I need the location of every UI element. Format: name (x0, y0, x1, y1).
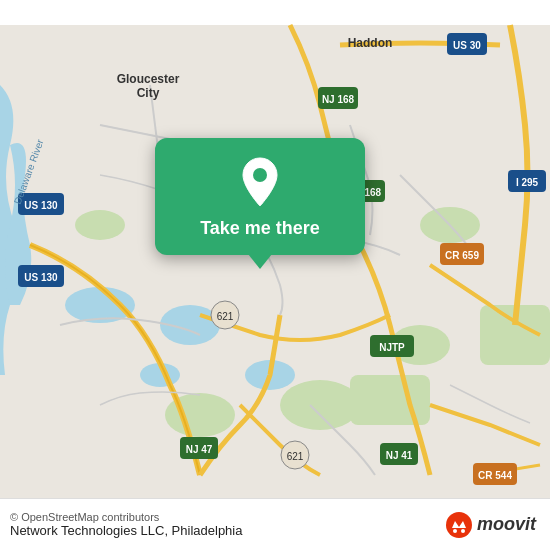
svg-text:Haddon: Haddon (348, 36, 393, 50)
svg-rect-10 (350, 375, 430, 425)
svg-point-5 (280, 380, 360, 430)
bottom-left: © OpenStreetMap contributors Network Tec… (10, 511, 242, 538)
bottom-bar: © OpenStreetMap contributors Network Tec… (0, 498, 550, 550)
svg-text:Gloucester: Gloucester (117, 72, 180, 86)
map-container: US 30 NJ 168 NJ 168 US 130 US 130 I 295 … (0, 0, 550, 550)
map-svg: US 30 NJ 168 NJ 168 US 130 US 130 I 295 … (0, 0, 550, 550)
svg-text:CR 659: CR 659 (445, 250, 479, 261)
location-name: Network Technologies LLC, Philadelphia (10, 523, 242, 538)
location-pin-icon (238, 156, 282, 208)
location-icon-wrapper (234, 156, 286, 208)
svg-text:US 30: US 30 (453, 40, 481, 51)
moovit-brand-text: moovit (477, 514, 536, 535)
svg-point-43 (446, 512, 472, 538)
svg-text:City: City (137, 86, 160, 100)
svg-point-4 (65, 287, 135, 323)
moovit-logo: moovit (445, 511, 536, 539)
copyright-text: © OpenStreetMap contributors (10, 511, 242, 523)
svg-point-44 (453, 529, 457, 533)
svg-text:US 130: US 130 (24, 272, 58, 283)
svg-text:US 130: US 130 (24, 200, 58, 211)
svg-text:NJ 47: NJ 47 (186, 444, 213, 455)
svg-point-45 (461, 529, 465, 533)
svg-text:NJTP: NJTP (379, 342, 405, 353)
svg-text:NJ 41: NJ 41 (386, 450, 413, 461)
take-me-there-button[interactable]: Take me there (200, 218, 320, 239)
svg-text:I 295: I 295 (516, 177, 539, 188)
moovit-brand-icon (445, 511, 473, 539)
svg-point-8 (75, 210, 125, 240)
popup-card[interactable]: Take me there (155, 138, 365, 255)
svg-text:621: 621 (287, 451, 304, 462)
svg-text:NJ 168: NJ 168 (322, 94, 355, 105)
svg-text:CR 544: CR 544 (478, 470, 512, 481)
svg-point-42 (253, 168, 267, 182)
svg-text:621: 621 (217, 311, 234, 322)
